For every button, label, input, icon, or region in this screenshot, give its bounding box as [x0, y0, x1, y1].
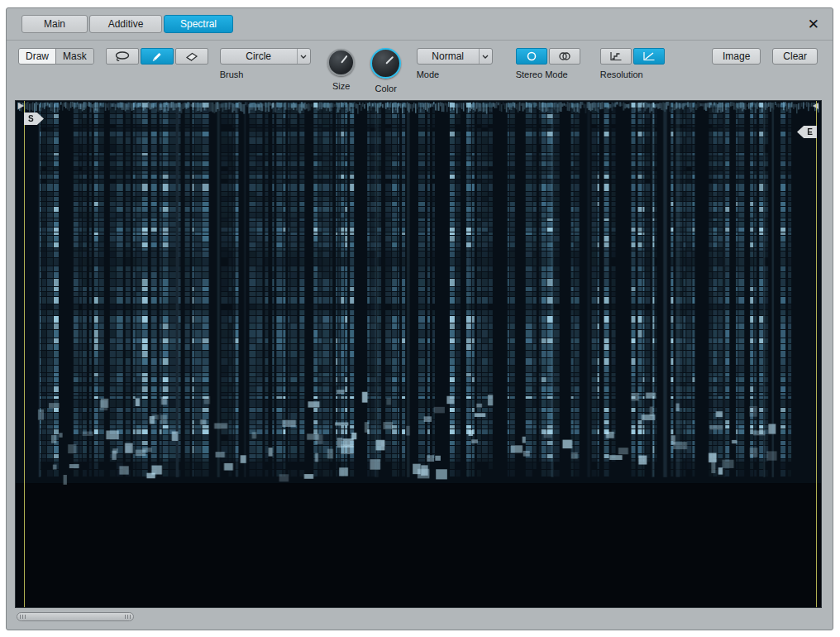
scrollbar-grip-left[interactable] [20, 615, 26, 619]
end-locator-line [816, 101, 817, 607]
bottom-bar [7, 608, 833, 630]
stereo-mode-label: Stereo Mode [516, 69, 580, 79]
lasso-icon [114, 50, 131, 63]
mode-control: Normal Mode [417, 48, 493, 79]
spectrogram-canvas[interactable] [16, 101, 821, 607]
stereo-mode-buttons [516, 48, 580, 65]
brush-label: Brush [220, 69, 311, 79]
eraser-icon [184, 50, 200, 63]
tab-main[interactable]: Main [21, 15, 88, 33]
stereo-circles-icon [556, 50, 573, 62]
draw-mask-toggle: Draw Mask [18, 48, 94, 65]
start-locator-line [24, 101, 25, 607]
stepped-graph-icon [609, 50, 623, 62]
mask-button[interactable]: Mask [55, 49, 93, 64]
resolution-low-button[interactable] [600, 48, 632, 65]
horizontal-zoom-scrollbar[interactable] [17, 612, 134, 621]
loop-start-triangle-icon[interactable] [18, 103, 24, 109]
chevron-down-icon [479, 49, 492, 64]
mode-select[interactable]: Normal [417, 48, 493, 65]
tab-bar: Main Additive Spectral ✕ [7, 8, 833, 41]
pencil-icon [149, 50, 165, 63]
spectrogram-view[interactable]: S E [15, 100, 822, 608]
tab-additive[interactable]: Additive [89, 15, 162, 33]
spectral-editor-window: Main Additive Spectral ✕ Draw Mask [6, 7, 833, 630]
view-tabs: Main Additive Spectral [21, 15, 233, 33]
mono-circle-icon [524, 50, 539, 62]
color-control: Color [365, 48, 407, 93]
smooth-graph-icon [642, 50, 656, 62]
resolution-label: Resolution [600, 69, 665, 79]
knob-pointer [341, 55, 347, 63]
brush-select[interactable]: Circle [220, 48, 311, 65]
pencil-tool-button[interactable] [141, 48, 174, 65]
stereo-mono-button[interactable] [516, 48, 547, 65]
clear-button[interactable]: Clear [772, 48, 818, 65]
close-icon[interactable]: ✕ [808, 17, 819, 31]
tab-spectral[interactable]: Spectral [164, 15, 233, 33]
size-label: Size [332, 81, 350, 91]
eraser-tool-button[interactable] [175, 48, 208, 65]
resolution-high-button[interactable] [633, 48, 665, 65]
brush-control: Circle Brush [220, 48, 311, 79]
paint-tool-group [106, 48, 208, 65]
resolution-buttons [600, 48, 665, 65]
stereo-mode-control: Stereo Mode [516, 48, 580, 79]
mode-select-value: Normal [418, 50, 479, 62]
size-control: Size [322, 48, 360, 91]
color-knob[interactable] [370, 48, 401, 79]
brush-select-value: Circle [221, 50, 297, 62]
toolbar: Draw Mask [7, 41, 833, 93]
color-label: Color [375, 84, 397, 93]
image-button[interactable]: Image [712, 48, 761, 65]
scrollbar-grip-right[interactable] [125, 615, 131, 619]
mode-label: Mode [417, 69, 493, 79]
chevron-down-icon [297, 49, 310, 64]
resolution-control: Resolution [600, 48, 665, 79]
size-knob[interactable] [327, 49, 355, 76]
knob-pointer [385, 55, 394, 64]
stereo-stereo-button[interactable] [549, 48, 580, 65]
draw-button[interactable]: Draw [19, 49, 55, 64]
lasso-tool-button[interactable] [106, 48, 139, 65]
